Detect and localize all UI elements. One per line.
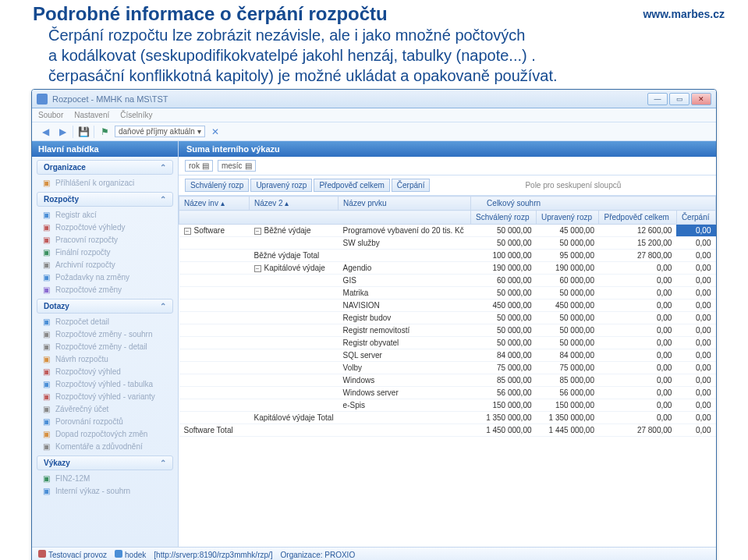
table-row[interactable]: SQL server84 000,0084 000,000,000,00 — [179, 349, 716, 362]
accordion-rozpocty[interactable]: Rozpočty⌃ — [37, 192, 173, 207]
cell-p: 0,00 — [599, 324, 676, 337]
sidebar-item[interactable]: ▣Rozpočtový výhled — [32, 365, 178, 377]
cell-c: 0,00 — [676, 349, 715, 362]
cell-n2 — [250, 337, 339, 349]
table-row[interactable]: Matrika50 000,0050 000,000,000,00 — [179, 287, 716, 299]
table-row[interactable]: Windows85 000,0085 000,000,000,00 — [179, 374, 716, 387]
titlebar[interactable]: Rozpocet - MMHK na MS\TST — ▭ ✕ — [32, 90, 716, 108]
chip-predpoved[interactable]: Předpověď celkem — [314, 179, 389, 192]
cell-inv: Software Total — [179, 424, 250, 437]
table-row[interactable]: SW služby50 000,0050 000,0015 200,000,00 — [179, 237, 716, 250]
table-row[interactable]: Volby75 000,0075 000,000,000,00 — [179, 362, 716, 374]
cell-n2 — [250, 362, 339, 374]
toolbar-search[interactable]: daňové příjmy aktuáln ▾ — [115, 126, 205, 137]
col-schvaleny[interactable]: Schválený rozp — [471, 211, 537, 225]
tool-fwd-icon[interactable]: ▶ — [55, 125, 69, 139]
sidebar-item[interactable]: ▣Požadavky na změny — [32, 271, 178, 283]
cell-p: 0,00 — [599, 275, 676, 287]
menu-ciselniky[interactable]: Číselníky — [120, 111, 152, 119]
sidebar-item[interactable]: ▣Návrh rozpočtu — [32, 353, 178, 365]
close-button[interactable]: ✕ — [691, 93, 711, 105]
table-row[interactable]: −Software−Běžné výdajeProgramové vybaven… — [179, 225, 716, 237]
cell-p: 0,00 — [599, 299, 676, 312]
sidebar-item[interactable]: ▣Rozpočet detail — [32, 315, 178, 328]
item-icon: ▣ — [41, 178, 51, 187]
table-row[interactable]: NAVISION450 000,00450 000,000,000,00 — [179, 299, 716, 312]
sidebar-item[interactable]: ▣Rozpočtové změny - detail — [32, 340, 178, 353]
sidebar-item[interactable]: ▣Závěrečný účet — [32, 402, 178, 415]
table-row[interactable]: Běžné výdaje Total100 000,0095 000,0027 … — [179, 250, 716, 262]
chip-upraveny[interactable]: Upravený rozp — [250, 179, 312, 192]
cell-u: 45 000,00 — [537, 225, 599, 237]
cell-u: 50 000,00 — [537, 287, 599, 299]
chip-cerpani[interactable]: Čerpání — [392, 179, 431, 192]
sidebar-item[interactable]: ▣Příhlášení k organizaci — [32, 176, 178, 189]
item-icon: ▣ — [41, 210, 51, 219]
accordion-dotazy[interactable]: Dotazy⌃ — [37, 299, 173, 314]
sidebar-item[interactable]: ▣Rozpočtové výhledy — [32, 221, 178, 233]
statusbar: Testovací provoz hodek [http://srverp:81… — [32, 547, 716, 560]
minimize-button[interactable]: — — [647, 93, 668, 105]
clear-icon[interactable]: ▤ — [202, 161, 209, 170]
sidebar-item[interactable]: ▣Archivní rozpočty — [32, 258, 178, 271]
chip-schvaleny[interactable]: Schválený rozp — [185, 179, 249, 192]
tool-save-icon[interactable]: 💾 — [76, 125, 90, 139]
clear-icon[interactable]: ▤ — [245, 161, 252, 170]
accordion-vykazy[interactable]: Výkazy⌃ — [37, 455, 173, 470]
item-label: Pracovní rozpočty — [55, 236, 118, 244]
data-grid[interactable]: Název inv ▴ Název 2 ▴ Název prvku Celkov… — [179, 196, 716, 437]
item-icon: ▣ — [41, 317, 51, 326]
toolbar: ◀ ▶ 💾 ⚑ daňové příjmy aktuáln ▾ ✕ — [32, 122, 716, 141]
tool-delete-icon[interactable]: ✕ — [208, 125, 222, 139]
sidebar-item[interactable]: ▣Komentáře a zdůvodnění — [32, 440, 178, 452]
content-title: Suma interního výkazu — [179, 141, 716, 157]
col-nazev-prvku[interactable]: Název prvku — [339, 197, 471, 211]
col-upraveny[interactable]: Upravený rozp — [537, 211, 599, 225]
grid-container[interactable]: Název inv ▴ Název 2 ▴ Název prvku Celkov… — [179, 196, 716, 547]
accordion-organizace[interactable]: Organizace⌃ — [37, 160, 173, 175]
grouping-hint: Pole pro seskupení sloupců — [431, 181, 710, 190]
table-row[interactable]: Registr nemovitostí50 000,0050 000,000,0… — [179, 324, 716, 337]
cell-inv — [179, 337, 250, 349]
cell-n2 — [250, 399, 339, 412]
item-label: FIN2-12M — [55, 474, 90, 483]
cell-inv — [179, 275, 250, 287]
sidebar-item[interactable]: ▣Rozpočtové změny - souhrn — [32, 328, 178, 340]
cell-s: 1 450 000,00 — [471, 424, 537, 437]
table-row[interactable]: e-Spis150 000,00150 000,000,000,00 — [179, 399, 716, 412]
sidebar-item[interactable]: ▣Finální rozpočty — [32, 246, 178, 258]
cell-n2 — [250, 374, 339, 387]
table-row[interactable]: Kapitálové výdaje Total1 350 000,001 350… — [179, 412, 716, 424]
sidebar-item[interactable]: ▣FIN2-12M — [32, 472, 178, 484]
table-row[interactable]: GIS60 000,0060 000,000,000,00 — [179, 275, 716, 287]
menu-nastaveni[interactable]: Nastavení — [74, 111, 109, 119]
sidebar-item[interactable]: ▣Registr akcí — [32, 208, 178, 221]
tool-back-icon[interactable]: ◀ — [38, 125, 52, 139]
sidebar-item[interactable]: ▣Rozpočtový výhled - tabulka — [32, 377, 178, 390]
col-predpoved[interactable]: Předpověď celkem — [599, 211, 676, 225]
filter-mesic[interactable]: mesíc ▤ — [218, 160, 256, 172]
col-nazev-inv[interactable]: Název inv ▴ — [179, 197, 250, 211]
sidebar-item[interactable]: ▣Pracovní rozpočty — [32, 233, 178, 246]
col-nazev2[interactable]: Název 2 ▴ — [250, 197, 339, 211]
sidebar-item[interactable]: ▣Porovnání rozpočtů — [32, 415, 178, 427]
sidebar-item[interactable]: ▣Dopad rozpočtových změn — [32, 427, 178, 440]
table-row[interactable]: Registr budov50 000,0050 000,000,000,00 — [179, 312, 716, 324]
sidebar-item[interactable]: ▣Interní výkaz - souhrn — [32, 484, 178, 497]
col-cerpani[interactable]: Čerpání — [676, 211, 715, 225]
slide-title: Podrobné informace o čerpání rozpočtu — [33, 3, 388, 25]
left-panel: Hlavní nabídka Organizace⌃ ▣Příhlášení k… — [32, 141, 179, 547]
menu-soubor[interactable]: Soubor — [38, 111, 63, 119]
tool-filter-icon[interactable]: ⚑ — [97, 125, 112, 139]
cell-u: 150 000,00 — [537, 399, 599, 412]
table-row[interactable]: −Kapitálové výdajeAgendio190 000,00190 0… — [179, 262, 716, 275]
filter-rok[interactable]: rok ▤ — [185, 160, 213, 172]
table-row[interactable]: Registr obyvatel50 000,0050 000,000,000,… — [179, 337, 716, 349]
table-row[interactable]: Windows server56 000,0056 000,000,000,00 — [179, 387, 716, 399]
item-icon: ▣ — [41, 429, 51, 438]
maximize-button[interactable]: ▭ — [669, 93, 690, 105]
sidebar-item[interactable]: ▣Rozpočtové změny — [32, 283, 178, 296]
table-row[interactable]: Software Total1 450 000,001 445 000,0027… — [179, 424, 716, 437]
sidebar-item[interactable]: ▣Rozpočtový výhled - varianty — [32, 390, 178, 402]
item-icon: ▣ — [41, 235, 51, 244]
